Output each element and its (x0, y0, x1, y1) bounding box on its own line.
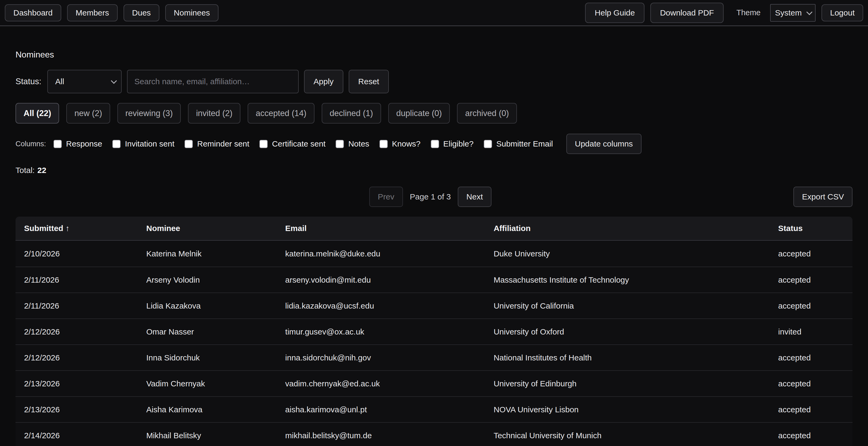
tab-declined[interactable]: declined (1) (322, 103, 381, 124)
columns-row: Columns: Response Invitation sent Remind… (16, 134, 852, 154)
chevron-down-icon (111, 78, 117, 84)
main-content: Nominees Status: All Apply Reset All (22… (0, 50, 868, 446)
cell-submitted: 2/10/2026 (16, 249, 138, 258)
header-status[interactable]: Status (770, 224, 852, 233)
certificate-sent-checkbox[interactable] (259, 140, 268, 148)
nav-members-button[interactable]: Members (67, 4, 118, 22)
header-nominee[interactable]: Nominee (138, 224, 277, 233)
column-option-label: Reminder sent (197, 139, 249, 149)
tab-reviewing[interactable]: reviewing (3) (117, 103, 181, 124)
cell-affiliation: University of Edinburgh (485, 379, 770, 388)
knows-checkbox[interactable] (379, 140, 388, 148)
column-option-eligible[interactable]: Eligible? (431, 139, 473, 149)
search-input[interactable] (127, 70, 299, 93)
apply-button[interactable]: Apply (304, 70, 343, 93)
column-option-label: Invitation sent (125, 139, 174, 149)
cell-status: accepted (770, 249, 852, 258)
next-page-button[interactable]: Next (458, 187, 492, 207)
table-row[interactable]: 2/11/2026 Arseny Volodin arseny.volodin@… (16, 266, 852, 292)
tab-all[interactable]: All (22) (16, 103, 59, 124)
cell-affiliation: National Institutes of Health (485, 353, 770, 362)
column-option-label: Knows? (392, 139, 421, 149)
tab-archived[interactable]: archived (0) (457, 103, 517, 124)
cell-nominee: Lidia Kazakova (138, 301, 277, 311)
theme-select[interactable]: System (770, 4, 815, 22)
update-columns-button[interactable]: Update columns (566, 134, 642, 154)
cell-submitted: 2/13/2026 (16, 379, 138, 388)
tab-new[interactable]: new (2) (66, 103, 110, 124)
nav-left: Dashboard Members Dues Nominees (5, 4, 218, 22)
cell-submitted: 2/12/2026 (16, 327, 138, 337)
cell-submitted: 2/11/2026 (16, 301, 138, 311)
page-title: Nominees (16, 50, 852, 60)
cell-submitted: 2/11/2026 (16, 276, 138, 285)
cell-status: accepted (770, 276, 852, 285)
column-option-reminder-sent[interactable]: Reminder sent (185, 139, 249, 149)
theme-select-value: System (775, 8, 802, 18)
export-csv-button[interactable]: Export CSV (794, 187, 852, 207)
cell-nominee: Inna Sidorchuk (138, 353, 277, 362)
header-affiliation[interactable]: Affiliation (485, 224, 770, 233)
header-submitted[interactable]: Submitted ↑ (16, 224, 138, 233)
help-guide-button[interactable]: Help Guide (585, 3, 645, 23)
cell-email: inna.sidorchuk@nih.gov (277, 353, 485, 362)
cell-submitted: 2/12/2026 (16, 353, 138, 362)
status-tabs: All (22) new (2) reviewing (3) invited (… (16, 103, 852, 124)
status-select[interactable]: All (47, 70, 122, 93)
column-option-response[interactable]: Response (54, 139, 102, 149)
notes-checkbox[interactable] (336, 140, 344, 148)
nav-nominees-button[interactable]: Nominees (165, 4, 218, 22)
table-row[interactable]: 2/14/2026 Mikhail Belitsky mikhail.belit… (16, 422, 852, 446)
header-email[interactable]: Email (277, 224, 485, 233)
table-row[interactable]: 2/10/2026 Katerina Melnik katerina.melni… (16, 241, 852, 266)
cell-affiliation: NOVA University Lisbon (485, 405, 770, 414)
cell-affiliation: Technical University of Munich (485, 431, 770, 440)
reset-button[interactable]: Reset (349, 70, 389, 93)
nav-dashboard-button[interactable]: Dashboard (5, 4, 61, 22)
cell-status: accepted (770, 379, 852, 388)
top-navbar: Dashboard Members Dues Nominees Help Gui… (0, 0, 868, 26)
prev-page-button[interactable]: Prev (369, 187, 403, 207)
column-option-certificate-sent[interactable]: Certificate sent (259, 139, 326, 149)
chevron-down-icon (806, 9, 813, 15)
cell-email: arseny.volodin@mit.edu (277, 276, 485, 285)
column-option-invitation-sent[interactable]: Invitation sent (112, 139, 174, 149)
column-option-submitter-email[interactable]: Submitter Email (484, 139, 553, 149)
tab-invited[interactable]: invited (2) (188, 103, 240, 124)
tab-duplicate[interactable]: duplicate (0) (388, 103, 450, 124)
table-row[interactable]: 2/13/2026 Vadim Chernyak vadim.chernyak@… (16, 370, 852, 396)
cell-email: timur.gusev@ox.ac.uk (277, 327, 485, 337)
table-row[interactable]: 2/11/2026 Lidia Kazakova lidia.kazakova@… (16, 292, 852, 318)
cell-email: katerina.melnik@duke.edu (277, 249, 485, 258)
table-row[interactable]: 2/13/2026 Aisha Karimova aisha.karimova@… (16, 396, 852, 422)
eligible-checkbox[interactable] (431, 140, 439, 148)
column-option-notes[interactable]: Notes (336, 139, 369, 149)
table-row[interactable]: 2/12/2026 Omar Nasser timur.gusev@ox.ac.… (16, 318, 852, 344)
total-value: 22 (37, 166, 46, 174)
reminder-sent-checkbox[interactable] (185, 140, 193, 148)
cell-email: mikhail.belitsky@tum.de (277, 431, 485, 440)
cell-nominee: Vadim Chernyak (138, 379, 277, 388)
cell-status: accepted (770, 431, 852, 440)
nav-dues-button[interactable]: Dues (124, 4, 159, 22)
cell-submitted: 2/13/2026 (16, 405, 138, 414)
column-option-knows[interactable]: Knows? (379, 139, 421, 149)
columns-label: Columns: (16, 140, 46, 148)
response-checkbox[interactable] (54, 140, 62, 148)
column-option-label: Eligible? (443, 139, 473, 149)
total-label: Total: (16, 166, 35, 174)
cell-email: lidia.kazakova@ucsf.edu (277, 301, 485, 311)
filter-row: Status: All Apply Reset (16, 70, 852, 93)
logout-button[interactable]: Logout (822, 4, 863, 22)
submitter-email-checkbox[interactable] (484, 140, 492, 148)
table-row[interactable]: 2/12/2026 Inna Sidorchuk inna.sidorchuk@… (16, 344, 852, 370)
download-pdf-button[interactable]: Download PDF (650, 3, 723, 23)
cell-affiliation: University of California (485, 301, 770, 311)
invitation-sent-checkbox[interactable] (112, 140, 121, 148)
tab-accepted[interactable]: accepted (14) (248, 103, 314, 124)
column-option-label: Submitter Email (496, 139, 553, 149)
pager: Prev Page 1 of 3 Next (369, 187, 492, 207)
cell-nominee: Mikhail Belitsky (138, 431, 277, 440)
cell-email: vadim.chernyak@ed.ac.uk (277, 379, 485, 388)
cell-nominee: Omar Nasser (138, 327, 277, 337)
